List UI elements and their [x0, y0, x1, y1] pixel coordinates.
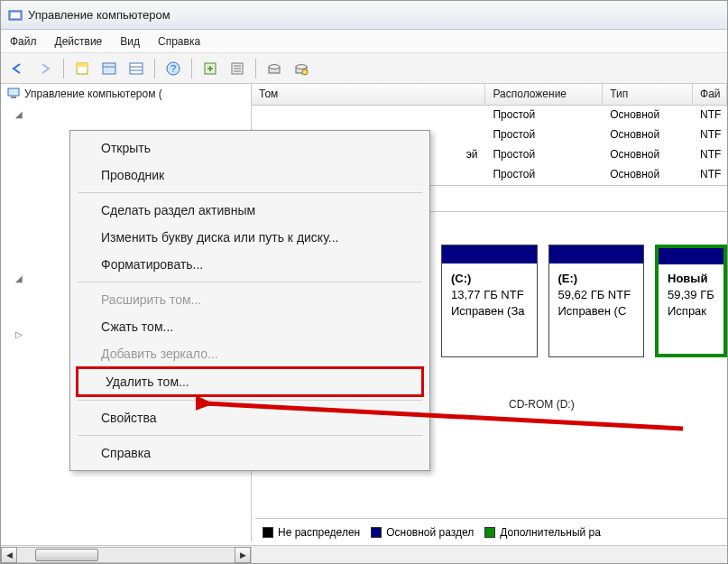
legend-extended: Дополнительный ра	[484, 526, 601, 539]
titlebar: Управление компьютером	[1, 1, 727, 30]
tree-root-label: Управление компьютером (	[24, 88, 162, 100]
menu-separator	[78, 192, 422, 193]
partition-header	[659, 248, 723, 264]
svg-rect-4	[103, 63, 115, 74]
action-icon-1[interactable]	[198, 57, 222, 80]
scroll-left-button[interactable]: ◀	[1, 547, 17, 563]
menu-explorer[interactable]: Проводник	[72, 162, 428, 189]
menu-file[interactable]: Файл	[10, 35, 37, 48]
menu-view[interactable]: Вид	[120, 35, 140, 48]
toolbar-separator	[191, 59, 192, 79]
partition-header	[442, 245, 537, 264]
content-hscrollbar[interactable]	[252, 545, 727, 563]
toolbar-separator	[63, 59, 64, 79]
menu-separator	[78, 400, 422, 401]
svg-rect-1	[11, 13, 20, 18]
partition-label: (E:)	[558, 272, 578, 285]
partition-size: 13,77 ГБ NTF	[451, 288, 524, 301]
menu-change-letter[interactable]: Изменить букву диска или путь к диску...	[72, 224, 428, 251]
partition-e[interactable]: (E:) 59,62 ГБ NTF Исправен (С	[548, 245, 645, 357]
help-icon[interactable]: ?	[161, 57, 185, 80]
toolbar-separator	[154, 59, 155, 79]
partition-c[interactable]: (C:) 13,77 ГБ NTF Исправен (За	[441, 245, 538, 357]
swatch-navy	[371, 527, 382, 538]
svg-rect-21	[8, 88, 19, 96]
disk-icon-1[interactable]	[263, 57, 286, 80]
partition-header	[549, 245, 644, 264]
menubar: Файл Действие Вид Справка	[1, 30, 727, 53]
svg-point-20	[302, 69, 308, 75]
menu-separator	[78, 282, 422, 282]
partition-status: Исправен (С	[558, 304, 627, 318]
list-icon[interactable]	[124, 57, 148, 80]
tree-hscrollbar[interactable]: ◀ ▶	[1, 545, 252, 563]
expander-icon[interactable]: ◢	[15, 273, 24, 283]
col-fs[interactable]: Фай	[693, 84, 727, 105]
table-header: Том Расположение Тип Фай	[252, 84, 727, 106]
menu-action[interactable]: Действие	[55, 35, 103, 48]
nav-forward-button[interactable]	[33, 57, 57, 80]
partition-status: Испрак	[668, 304, 706, 318]
svg-point-19	[296, 64, 307, 69]
menu-open[interactable]: Открыть	[72, 134, 428, 162]
context-menu: Открыть Проводник Сделать раздел активны…	[69, 130, 430, 471]
window-title: Управление компьютером	[28, 8, 170, 22]
properties-icon[interactable]	[70, 57, 94, 80]
computer-icon	[6, 86, 21, 103]
partition-status: Исправен (За	[451, 304, 525, 318]
tree-item[interactable]: ◢	[1, 104, 251, 124]
menu-format[interactable]: Форматировать...	[72, 251, 428, 278]
action-icon-2[interactable]	[226, 57, 249, 80]
menu-properties[interactable]: Свойства	[72, 404, 428, 431]
legend-bar: Не распределен Основной раздел Дополните…	[255, 518, 727, 545]
cdrom-row[interactable]: CD-ROM (D:)	[509, 398, 575, 411]
view-icon[interactable]	[97, 57, 121, 80]
col-volume[interactable]: Том	[252, 84, 485, 105]
menu-extend: Расширить том...	[72, 286, 428, 313]
svg-text:?: ?	[170, 63, 176, 74]
partition-label: Новый	[668, 272, 707, 285]
col-type[interactable]: Тип	[603, 84, 693, 105]
table-row[interactable]: Простой Основной NTF	[252, 106, 727, 125]
app-icon	[8, 8, 23, 23]
toolbar-separator	[255, 59, 256, 79]
partition-size: 59,62 ГБ NTF	[558, 288, 631, 301]
swatch-black	[263, 527, 273, 538]
svg-rect-6	[130, 63, 143, 74]
menu-help[interactable]: Справка	[158, 35, 200, 48]
legend-primary: Основной раздел	[371, 526, 474, 539]
col-layout[interactable]: Расположение	[485, 84, 603, 105]
expander-icon[interactable]: ▷	[15, 329, 24, 339]
menu-separator	[78, 435, 422, 436]
scroll-thumb[interactable]	[35, 549, 98, 561]
menu-add-mirror: Добавить зеркало...	[72, 340, 428, 367]
partition-size: 59,39 ГБ	[668, 288, 714, 301]
menu-delete-volume[interactable]: Удалить том...	[76, 366, 424, 397]
toolbar: ?	[1, 53, 727, 84]
menu-help[interactable]: Справка	[72, 439, 428, 467]
scroll-right-button[interactable]: ▶	[235, 547, 251, 563]
tree-root[interactable]: Управление компьютером (	[1, 84, 251, 104]
menu-shrink[interactable]: Сжать том...	[72, 313, 428, 340]
scroll-track[interactable]	[17, 547, 235, 563]
nav-back-button[interactable]	[6, 57, 30, 80]
expander-icon[interactable]: ◢	[15, 109, 24, 119]
svg-point-17	[269, 64, 280, 69]
svg-rect-3	[77, 63, 88, 67]
disk-settings-icon[interactable]	[290, 57, 313, 80]
partition-label: (C:)	[451, 272, 471, 285]
svg-rect-22	[11, 97, 16, 98]
menu-make-active[interactable]: Сделать раздел активным	[72, 197, 428, 224]
partition-new[interactable]: Новый 59,39 ГБ Испрак	[655, 245, 727, 357]
legend-unallocated: Не распределен	[263, 526, 360, 539]
swatch-green	[484, 527, 495, 538]
